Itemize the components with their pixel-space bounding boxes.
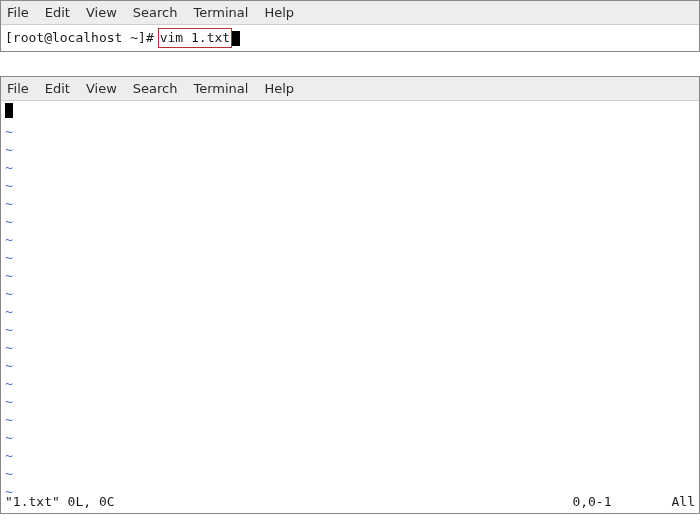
menubar-1: File Edit View Search Terminal Help [1,1,699,25]
shell-prompt-line: [root@localhost ~]# vim 1.txt [5,28,695,48]
terminal-window-2: File Edit View Search Terminal Help ~~~~… [0,76,700,514]
vim-status-line: "1.txt" 0L, 0C 0,0-1 All [5,493,695,511]
vim-empty-line: ~ [5,249,695,267]
vim-empty-line: ~ [5,177,695,195]
vim-empty-line: ~ [5,303,695,321]
menu-terminal[interactable]: Terminal [193,81,248,96]
vim-empty-line: ~ [5,267,695,285]
cursor-icon [232,31,240,46]
menubar-2: File Edit View Search Terminal Help [1,77,699,101]
menu-file[interactable]: File [7,81,29,96]
cursor-icon [5,103,13,118]
menu-file[interactable]: File [7,5,29,20]
vim-empty-line: ~ [5,195,695,213]
menu-edit[interactable]: Edit [45,81,70,96]
vim-editor-area[interactable]: ~~~~~~~~~~~~~~~~~~~~~ "1.txt" 0L, 0C 0,0… [1,101,699,513]
vim-empty-line: ~ [5,159,695,177]
vim-empty-line: ~ [5,411,695,429]
menu-search[interactable]: Search [133,81,178,96]
vim-empty-line: ~ [5,285,695,303]
terminal-body-1[interactable]: [root@localhost ~]# vim 1.txt [1,25,699,51]
vim-empty-line: ~ [5,447,695,465]
vim-empty-line: ~ [5,141,695,159]
vim-empty-line: ~ [5,231,695,249]
vim-empty-line: ~ [5,339,695,357]
menu-help[interactable]: Help [264,5,294,20]
vim-empty-line: ~ [5,465,695,483]
vim-empty-line: ~ [5,357,695,375]
vim-line-1 [5,103,695,123]
menu-edit[interactable]: Edit [45,5,70,20]
vim-empty-line: ~ [5,375,695,393]
menu-terminal[interactable]: Terminal [193,5,248,20]
menu-view[interactable]: View [86,81,117,96]
shell-command: vim 1.txt [158,28,232,48]
vim-empty-line: ~ [5,123,695,141]
menu-search[interactable]: Search [133,5,178,20]
vim-empty-line: ~ [5,321,695,339]
vim-empty-line: ~ [5,429,695,447]
menu-help[interactable]: Help [264,81,294,96]
vim-empty-line: ~ [5,213,695,231]
vim-empty-line: ~ [5,393,695,411]
vim-status-position: 0,0-1 [572,493,671,511]
terminal-window-1: File Edit View Search Terminal Help [roo… [0,0,700,52]
menu-view[interactable]: View [86,5,117,20]
vim-status-file: "1.txt" 0L, 0C [5,493,115,511]
vim-status-view: All [672,493,695,511]
shell-prompt: [root@localhost ~]# [5,29,154,47]
